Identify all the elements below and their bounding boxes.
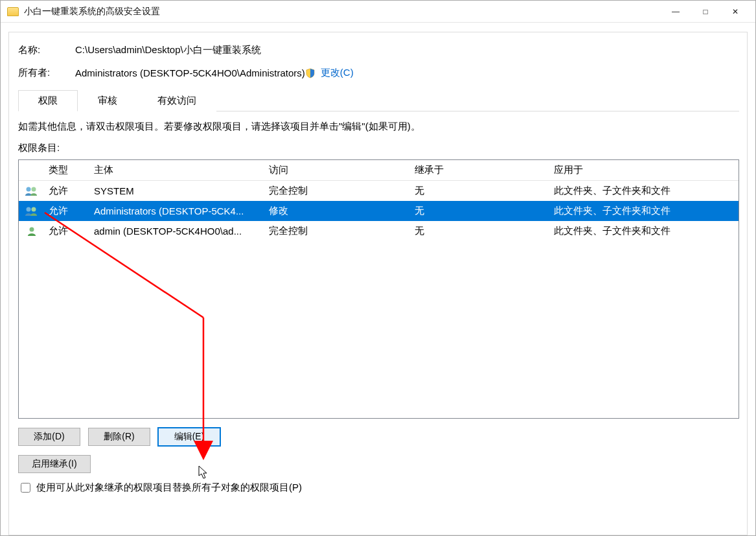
change-owner-link[interactable]: 更改(C) <box>321 67 354 79</box>
permission-row[interactable]: 允许SYSTEM完全控制无此文件夹、子文件夹和文件 <box>19 181 739 201</box>
shield-icon <box>305 68 315 78</box>
tab-permissions[interactable]: 权限 <box>18 90 78 111</box>
permission-list-header: 类型 主体 访问 继承于 应用于 <box>19 160 739 181</box>
window-controls: — □ ✕ <box>661 2 750 21</box>
cell-applies-to: 此文件夹、子文件夹和文件 <box>550 224 739 239</box>
replace-children-label: 使用可从此对象继承的权限项目替换所有子对象的权限项目(P) <box>36 482 302 494</box>
cell-inherited-from: 无 <box>411 204 550 218</box>
svg-point-4 <box>30 227 34 231</box>
col-access[interactable]: 访问 <box>265 163 411 178</box>
permission-row[interactable]: 允许admin (DESKTOP-5CK4HO0\ad...完全控制无此文件夹、… <box>19 221 739 241</box>
close-button[interactable]: ✕ <box>720 2 750 21</box>
edit-button[interactable]: 编辑(E) <box>158 428 220 446</box>
replace-children-checkbox[interactable] <box>21 483 30 493</box>
owner-value: Administrators (DESKTOP-5CK4HO0\Administ… <box>75 67 305 78</box>
owner-row: 所有者: Administrators (DESKTOP-5CK4HO0\Adm… <box>18 67 739 79</box>
tab-auditing[interactable]: 审核 <box>78 90 137 111</box>
cell-access: 修改 <box>265 204 411 218</box>
inherit-row: 启用继承(I) <box>18 455 739 473</box>
maximize-button[interactable]: □ <box>691 2 720 21</box>
users-group-icon <box>19 185 45 198</box>
remove-button[interactable]: 删除(R) <box>88 428 150 446</box>
add-button[interactable]: 添加(D) <box>18 428 80 446</box>
advanced-security-window: 小白一键重装系统的高级安全设置 — □ ✕ 名称: C:\Users\admin… <box>0 0 756 536</box>
cell-applies-to: 此文件夹、子文件夹和文件 <box>550 183 739 198</box>
cell-applies-to: 此文件夹、子文件夹和文件 <box>550 204 739 218</box>
entry-buttons-row: 添加(D) 删除(R) 编辑(E) <box>18 428 739 446</box>
cell-inherited-from: 无 <box>411 224 550 239</box>
tab-effective-access[interactable]: 有效访问 <box>137 90 216 111</box>
col-type[interactable]: 类型 <box>45 163 90 178</box>
users-group-icon <box>19 205 45 218</box>
name-label: 名称: <box>18 44 75 56</box>
titlebar: 小白一键重装系统的高级安全设置 — □ ✕ <box>1 1 755 23</box>
cell-principal: admin (DESKTOP-5CK4HO0\ad... <box>90 224 265 238</box>
content-area: 名称: C:\Users\admin\Desktop\小白一键重装系统 所有者:… <box>8 32 748 535</box>
svg-point-3 <box>32 207 36 211</box>
cell-principal: SYSTEM <box>90 184 265 198</box>
cell-access: 完全控制 <box>265 183 411 198</box>
svg-point-0 <box>27 187 31 191</box>
tab-strip: 权限 审核 有效访问 <box>18 89 739 111</box>
cell-type: 允许 <box>45 204 90 218</box>
minimize-button[interactable]: — <box>661 2 691 21</box>
permission-list[interactable]: 类型 主体 访问 继承于 应用于 允许SYSTEM完全控制无此文件夹、子文件夹和… <box>18 159 739 419</box>
name-value: C:\Users\admin\Desktop\小白一键重装系统 <box>75 44 261 56</box>
col-applies-to[interactable]: 应用于 <box>550 163 739 178</box>
col-principal[interactable]: 主体 <box>90 163 265 178</box>
cell-access: 完全控制 <box>265 224 411 239</box>
window-title: 小白一键重装系统的高级安全设置 <box>24 6 160 17</box>
cell-type: 允许 <box>45 183 90 198</box>
col-inherited-from[interactable]: 继承于 <box>411 163 550 178</box>
cell-inherited-from: 无 <box>411 183 550 198</box>
svg-point-2 <box>27 207 31 211</box>
cell-principal: Administrators (DESKTOP-5CK4... <box>90 204 265 218</box>
permission-row[interactable]: 允许Administrators (DESKTOP-5CK4...修改无此文件夹… <box>19 201 739 221</box>
user-icon <box>19 225 45 238</box>
name-row: 名称: C:\Users\admin\Desktop\小白一键重装系统 <box>18 44 739 56</box>
svg-point-1 <box>32 187 36 191</box>
folder-icon <box>7 7 19 16</box>
cell-type: 允许 <box>45 224 90 239</box>
replace-children-row: 使用可从此对象继承的权限项目替换所有子对象的权限项目(P) <box>18 481 739 495</box>
enable-inheritance-button[interactable]: 启用继承(I) <box>18 455 91 473</box>
permission-entries-label: 权限条目: <box>18 142 739 154</box>
owner-label: 所有者: <box>18 67 75 79</box>
hint-text: 如需其他信息，请双击权限项目。若要修改权限项目，请选择该项目并单击"编辑"(如果… <box>18 121 739 133</box>
